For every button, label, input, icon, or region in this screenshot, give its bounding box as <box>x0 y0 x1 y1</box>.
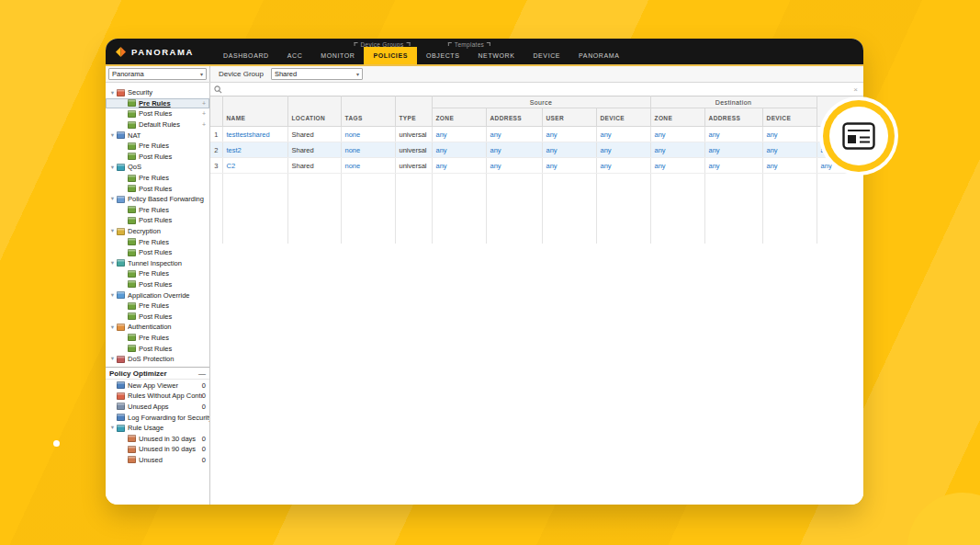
tree-item-application-override-pre-rules[interactable]: Pre Rules <box>106 301 209 312</box>
context-select[interactable]: Panorama ▾ <box>108 68 207 80</box>
chevron-down-icon[interactable]: ▾ <box>108 260 117 267</box>
tree-item-nat[interactable]: ▾NAT <box>106 130 209 141</box>
po-item-unused-in-90-days[interactable]: Unused in 90 days0 <box>106 444 209 455</box>
cell-device[interactable]: any <box>596 127 650 142</box>
cell-device[interactable]: any <box>596 142 650 158</box>
collapse-icon[interactable]: — <box>198 369 206 378</box>
column-header-tags[interactable]: TAGS <box>341 97 395 127</box>
clear-search-icon[interactable]: × <box>853 85 860 94</box>
cell-zone[interactable]: any <box>432 127 486 142</box>
chevron-down-icon[interactable]: ▾ <box>108 132 117 139</box>
tab-network[interactable]: NETWORK <box>468 47 524 64</box>
cell-name[interactable]: test2 <box>222 142 287 158</box>
cell-tags[interactable]: none <box>341 127 395 142</box>
chevron-down-icon[interactable]: ▾ <box>108 165 117 171</box>
tree-item-tunnel-inspection[interactable]: ▾Tunnel Inspection <box>106 258 209 269</box>
tree-item-authentication[interactable]: ▾Authentication <box>106 322 209 333</box>
tree-item-policy-based-forwarding[interactable]: ▾Policy Based Forwarding <box>106 194 209 205</box>
column-header-source-device[interactable]: DEVICE <box>596 108 650 127</box>
tab-acc[interactable]: ACC <box>278 47 312 64</box>
cell-device[interactable]: any <box>762 158 817 174</box>
po-item-log-forwarding-for-security-ser[interactable]: Log Forwarding for Security Ser <box>106 412 209 423</box>
tree-item-security[interactable]: ▾Security <box>106 87 209 98</box>
table-row[interactable]: 3C2Sharednoneuniversalanyanyanyanyanyany… <box>210 158 863 174</box>
cell-zone[interactable]: any <box>650 158 704 174</box>
tree-item-nat-post-rules[interactable]: Post Rules <box>106 152 209 163</box>
column-header-destination-address[interactable]: ADDRESS <box>704 108 762 127</box>
tree-item-qos-pre-rules[interactable]: Pre Rules <box>106 173 209 184</box>
cell-device[interactable]: any <box>596 158 650 174</box>
cell-user[interactable]: any <box>542 127 596 142</box>
chevron-down-icon[interactable]: ▾ <box>108 324 117 331</box>
chevron-down-icon[interactable]: ▾ <box>108 356 117 362</box>
tree-item-dos-protection[interactable]: ▾DoS Protection <box>106 354 209 365</box>
cell-address[interactable]: any <box>486 127 542 142</box>
tree-item-policy-based-forwarding-pre-rules[interactable]: Pre Rules <box>106 205 209 216</box>
column-header-location[interactable]: LOCATION <box>287 97 341 127</box>
column-header-source-user[interactable]: USER <box>542 108 596 127</box>
po-item-new-app-viewer[interactable]: New App Viewer0 <box>106 380 209 391</box>
cell-zone[interactable]: any <box>650 127 704 142</box>
tree-item-security-default-rules[interactable]: Default Rules+ <box>106 119 209 131</box>
column-header-source-address[interactable]: ADDRESS <box>486 108 542 127</box>
cell-address[interactable]: any <box>486 158 542 174</box>
tree-item-policy-based-forwarding-post-rules[interactable]: Post Rules <box>106 215 209 226</box>
tab-panorama[interactable]: PANORAMA <box>569 47 628 64</box>
tree-item-nat-pre-rules[interactable]: Pre Rules <box>106 141 209 152</box>
tree-item-application-override-post-rules[interactable]: Post Rules <box>106 311 209 322</box>
tree-item-qos[interactable]: ▾QoS <box>106 162 209 173</box>
table-row[interactable]: 1testtestsharedSharednoneuniversalanyany… <box>210 127 863 142</box>
tab-policies[interactable]: POLICIES <box>364 47 416 64</box>
tree-item-tunnel-inspection-pre-rules[interactable]: Pre Rules <box>106 268 209 279</box>
cell-tags[interactable]: none <box>341 158 395 174</box>
po-item-unused[interactable]: Unused0 <box>106 455 209 466</box>
cell-zone[interactable]: any <box>432 142 486 158</box>
tab-dashboard[interactable]: DASHBOARD <box>214 47 278 64</box>
cell-address[interactable]: any <box>486 142 542 158</box>
tree-item-decryption-post-rules[interactable]: Post Rules <box>106 247 209 258</box>
column-header-name[interactable]: NAME <box>222 97 287 127</box>
cell-user[interactable]: any <box>542 142 596 158</box>
po-item-rules-without-app-controls[interactable]: Rules Without App Controls0 <box>106 391 209 402</box>
cell-zone[interactable]: any <box>432 158 486 174</box>
cell-address[interactable]: any <box>704 158 762 174</box>
cell-user[interactable]: any <box>542 158 596 174</box>
column-header-type[interactable]: TYPE <box>395 97 432 127</box>
device-group-select[interactable]: Shared ▾ <box>271 68 363 80</box>
tree-item-security-pre-rules[interactable]: Pre Rules+ <box>106 98 209 109</box>
column-header-destination-device[interactable]: DEVICE <box>762 108 817 127</box>
cell-name[interactable]: C2 <box>222 158 287 174</box>
chevron-down-icon[interactable]: ▾ <box>108 228 117 234</box>
tree-item-authentication-pre-rules[interactable]: Pre Rules <box>106 333 209 344</box>
cell-zone[interactable]: any <box>650 142 704 158</box>
add-icon[interactable]: + <box>202 121 209 128</box>
tree-item-authentication-post-rules[interactable]: Post Rules <box>106 343 209 354</box>
column-header-source-zone[interactable]: ZONE <box>432 108 486 127</box>
tab-device[interactable]: DEVICE <box>524 47 569 64</box>
cell-address[interactable]: any <box>704 142 762 158</box>
cell-device[interactable]: any <box>762 127 817 142</box>
po-item-unused-apps[interactable]: Unused Apps0 <box>106 402 209 413</box>
tree-item-qos-post-rules[interactable]: Post Rules <box>106 183 209 194</box>
chevron-down-icon[interactable]: ▾ <box>108 292 117 299</box>
add-icon[interactable]: + <box>202 110 209 117</box>
chevron-down-icon[interactable]: ▾ <box>108 425 117 431</box>
tree-item-decryption[interactable]: ▾Decryption <box>106 226 209 237</box>
cell-address[interactable]: any <box>704 127 762 142</box>
search-input[interactable] <box>225 85 850 95</box>
column-header-destination-zone[interactable]: ZONE <box>650 108 704 127</box>
po-item-unused-in-30-days[interactable]: Unused in 30 days0 <box>106 433 209 444</box>
tab-objects[interactable]: OBJECTS <box>417 47 468 64</box>
tree-item-security-post-rules[interactable]: Post Rules+ <box>106 108 209 119</box>
po-item-rule-usage[interactable]: ▾Rule Usage <box>106 423 209 434</box>
chevron-down-icon[interactable]: ▾ <box>108 90 117 97</box>
cell-device[interactable]: any <box>762 142 817 158</box>
tree-item-application-override[interactable]: ▾Application Override <box>106 290 209 301</box>
chevron-down-icon[interactable]: ▾ <box>108 196 117 202</box>
tree-item-tunnel-inspection-post-rules[interactable]: Post Rules <box>106 279 209 290</box>
table-row[interactable]: 2test2Sharednoneuniversalanyanyanyanyany… <box>210 142 863 158</box>
add-icon[interactable]: + <box>202 100 209 107</box>
cell-name[interactable]: testtestshared <box>222 127 287 142</box>
tree-item-decryption-pre-rules[interactable]: Pre Rules <box>106 236 209 247</box>
cell-tags[interactable]: none <box>341 142 395 158</box>
